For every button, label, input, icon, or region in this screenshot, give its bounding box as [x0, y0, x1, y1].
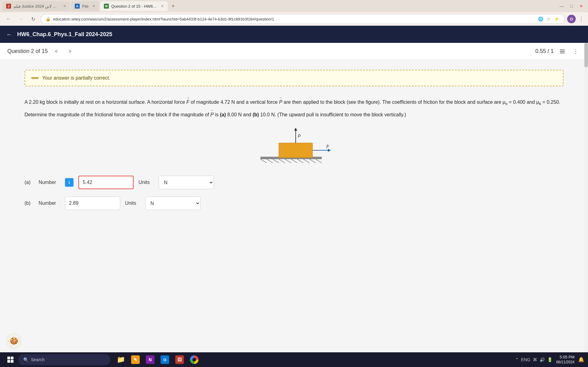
- minus-icon: [31, 77, 39, 79]
- part-a-units-label: Units: [138, 180, 154, 185]
- volume-icon[interactable]: 🔊: [540, 357, 545, 362]
- back-nav-button[interactable]: ←: [4, 14, 13, 24]
- new-tab-button[interactable]: +: [169, 2, 177, 10]
- minimize-button[interactable]: —: [557, 2, 566, 10]
- svg-rect-0: [560, 50, 565, 50]
- part-b-label: (b): [25, 200, 34, 206]
- notification-bell-icon[interactable]: 🔔: [578, 357, 584, 362]
- answer-section: (a) Number i Units N kg m/s m/s² (b) Num…: [25, 176, 563, 210]
- chevron-up-icon[interactable]: ⌃: [515, 357, 519, 362]
- tab-3[interactable]: W Question 2 of 15 - HW6_Chap.6 ✕: [100, 1, 168, 11]
- translate-icon[interactable]: 🌐: [537, 16, 544, 22]
- file-explorer-app[interactable]: 📁: [114, 354, 127, 365]
- address-bar-row: ← → ↻ 🔒 education.wiley.com/was/ui/v2/as…: [0, 12, 588, 26]
- tab-1-close[interactable]: ✕: [63, 4, 66, 8]
- app-header: ← HW6_Chap.6_Phys.1_Fall 2024-2025: [0, 26, 588, 43]
- part-a-label: (a): [25, 180, 34, 185]
- taskbar: 🔍 Search 📁 ✎ N O 🖼 ⌃ ENG ⌘ 🔊 �: [0, 352, 588, 367]
- system-tray-icons: ⌃ ENG ⌘ 🔊 🔋: [515, 357, 552, 362]
- svg-rect-2: [560, 53, 565, 53]
- next-question-button[interactable]: >: [65, 47, 75, 56]
- app-title: HW6_Chap.6_Phys.1_Fall 2024-2025: [17, 31, 112, 38]
- svg-text:→: →: [326, 143, 329, 146]
- answer-row-a: (a) Number i Units N kg m/s m/s²: [25, 176, 563, 189]
- search-icon: 🔍: [23, 357, 28, 362]
- tab-1-title: فيلم Justice 2024 مترجم اون لاين: [13, 4, 59, 9]
- question-text: A 2.20 kg block is initially at rest on …: [25, 95, 563, 119]
- tab-3-title: Question 2 of 15 - HW6_Chap.6: [111, 4, 157, 9]
- svg-marker-20: [328, 149, 331, 152]
- svg-line-10: [297, 159, 303, 163]
- extensions-icon[interactable]: ⚡: [553, 16, 560, 22]
- partial-correct-banner: Your answer is partially correct.: [25, 70, 563, 86]
- lang-indicator: ENG: [521, 357, 530, 362]
- svg-rect-14: [279, 143, 313, 158]
- svg-line-8: [285, 159, 291, 163]
- part-b-number-input[interactable]: [65, 197, 120, 210]
- url-text: education.wiley.com/was/ui/v2/assessment…: [53, 17, 535, 21]
- forward-nav-button[interactable]: →: [16, 14, 26, 24]
- svg-line-7: [279, 159, 285, 163]
- answer-row-b: (b) Number Units N kg m/s m/s²: [25, 197, 563, 210]
- taskbar-search-bar[interactable]: 🔍 Search: [18, 354, 110, 365]
- browser-chrome: J فيلم Justice 2024 مترجم اون لاين ✕ A F…: [0, 0, 588, 26]
- cookie-consent-icon[interactable]: 🍪: [6, 333, 21, 349]
- bookmark-star-icon[interactable]: ☆: [545, 16, 552, 22]
- menu-icon[interactable]: ⋮: [578, 16, 584, 22]
- tab-2[interactable]: A File ✕: [71, 1, 99, 11]
- svg-text:→: →: [297, 133, 300, 136]
- question-nav-bar: Question 2 of 15 < > 0.55 / 1 ⋮: [0, 43, 588, 60]
- part-a-number-input[interactable]: [78, 176, 134, 189]
- part-b-units-label: Units: [125, 200, 140, 206]
- prev-question-button[interactable]: <: [51, 47, 61, 56]
- outlook-app[interactable]: O: [158, 354, 172, 365]
- part-a-units-select[interactable]: N kg m/s m/s²: [159, 176, 214, 189]
- question-label: Question 2 of 15: [7, 48, 48, 54]
- taskbar-clock: 5:05 PM 06/11/2024: [556, 355, 575, 365]
- taskbar-apps: 📁 ✎ N O 🖼: [114, 354, 201, 365]
- battery-icon[interactable]: 🔋: [547, 357, 552, 362]
- maximize-button[interactable]: □: [567, 2, 576, 10]
- tab-3-close[interactable]: ✕: [161, 4, 164, 8]
- app-back-button[interactable]: ←: [6, 31, 12, 38]
- svg-marker-16: [294, 128, 297, 131]
- list-view-button[interactable]: [557, 47, 567, 56]
- chrome-app[interactable]: [188, 354, 201, 365]
- tab-1[interactable]: J فيلم Justice 2024 مترجم اون لاين ✕: [2, 1, 70, 11]
- photos-app[interactable]: 🖼: [173, 354, 186, 365]
- tab-bar: J فيلم Justice 2024 مترجم اون لاين ✕ A F…: [0, 0, 588, 12]
- onenote-app[interactable]: N: [143, 354, 157, 365]
- svg-line-9: [291, 159, 297, 163]
- profile-icon[interactable]: O: [567, 15, 576, 23]
- tab-2-close[interactable]: ✕: [92, 4, 95, 8]
- svg-rect-1: [560, 51, 565, 52]
- taskbar-date-display: 06/11/2024: [556, 360, 575, 365]
- scrollbar-thumb[interactable]: [584, 43, 588, 67]
- search-placeholder-text: Search: [31, 357, 44, 362]
- address-bar[interactable]: 🔒 education.wiley.com/was/ui/v2/assessme…: [40, 14, 565, 24]
- taskbar-time-display: 5:05 PM: [556, 355, 575, 360]
- address-icons: 🌐 ☆ ⚡: [537, 16, 560, 22]
- taskbar-app-2[interactable]: ✎: [129, 354, 142, 365]
- part-a-info-button[interactable]: i: [65, 178, 74, 187]
- close-button[interactable]: ✕: [577, 2, 586, 10]
- windows-icon: [7, 357, 13, 363]
- physics-diagram: P → F →: [25, 126, 563, 166]
- svg-line-6: [273, 159, 279, 163]
- reload-button[interactable]: ↻: [28, 14, 38, 24]
- part-b-units-select[interactable]: N kg m/s m/s²: [145, 197, 200, 210]
- part-b-number-label: Number: [39, 200, 60, 206]
- svg-line-12: [309, 159, 316, 163]
- svg-line-11: [303, 159, 309, 163]
- more-options-button[interactable]: ⋮: [571, 47, 581, 56]
- svg-line-4: [260, 159, 267, 163]
- tab-2-title: File: [82, 4, 89, 9]
- start-button[interactable]: [4, 354, 17, 365]
- main-content: Your answer is partially correct. A 2.20…: [0, 60, 588, 352]
- window-controls: — □ ✕: [557, 2, 586, 10]
- score-display: 0.55 / 1: [535, 48, 554, 54]
- part-a-number-label: Number: [39, 180, 60, 185]
- scrollbar-track: [584, 43, 588, 352]
- taskbar-right: ⌃ ENG ⌘ 🔊 🔋 5:05 PM 06/11/2024 🔔: [515, 355, 584, 365]
- wifi-icon[interactable]: ⌘: [533, 357, 537, 362]
